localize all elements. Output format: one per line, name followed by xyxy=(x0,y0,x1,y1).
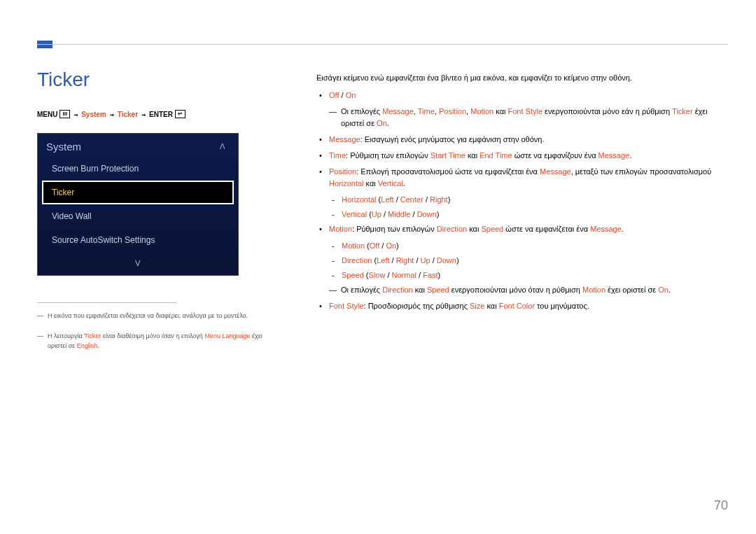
footnote-divider xyxy=(37,302,177,303)
footnote-text: Η εικόνα που εμφανίζεται ενδέχεται να δι… xyxy=(48,311,248,321)
arrow-icon: → xyxy=(108,111,115,118)
enter-icon: ↵ xyxy=(175,110,186,118)
note-motion-on: ― Οι επιλογές Direction και Speed ενεργο… xyxy=(316,284,728,296)
breadcrumb-enter: ENTER xyxy=(149,111,173,118)
content-body: Εισάγει κείμενο ενώ εμφανίζεται ένα βίντ… xyxy=(316,72,728,316)
sub-vertical: Vertical (Up / Middle / Down) xyxy=(316,209,728,220)
note-ticker-on: ― Οι επιλογές Message, Time, Position, M… xyxy=(316,106,728,129)
bullet-time: Time: Ρύθμιση των επιλογών Start Time κα… xyxy=(316,150,728,162)
menu-item-screen-burn[interactable]: Screen Burn Protection xyxy=(42,157,234,181)
sub-speed: Speed (Slow / Normal / Fast) xyxy=(316,269,728,281)
menu-header: System ᐱ xyxy=(38,134,238,157)
menu-item-video-wall[interactable]: Video Wall xyxy=(42,204,234,228)
menu-title: System xyxy=(46,141,81,153)
footnote-2: ― Η λειτουργία Ticker είναι διαθέσιμη μό… xyxy=(37,332,268,351)
header-rule xyxy=(37,44,728,45)
dash-icon: ― xyxy=(37,311,43,321)
sub-horizontal: Horizontal (Left / Center / Right) xyxy=(316,194,728,206)
bullet-fontstyle: Font Style: Προσδιορισμός της ρύθμισης S… xyxy=(316,300,728,312)
page-number: 70 xyxy=(714,498,728,513)
footnote-text: Η λειτουργία Ticker είναι διαθέσιμη μόνο… xyxy=(48,332,268,351)
sub-motion: Motion (Off / On) xyxy=(316,240,728,252)
menu-item-source-autoswitch[interactable]: Source AutoSwitch Settings xyxy=(42,228,234,252)
breadcrumb-system: System xyxy=(81,111,106,118)
breadcrumb-menu: MENU xyxy=(37,111,57,118)
arrow-icon: → xyxy=(72,111,79,118)
footnote-1: ― Η εικόνα που εμφανίζεται ενδέχεται να … xyxy=(37,311,268,321)
arrow-icon: → xyxy=(140,111,147,118)
chevron-up-icon[interactable]: ᐱ xyxy=(220,142,225,151)
dash-icon: ― xyxy=(329,284,337,296)
page-title: Ticker xyxy=(37,69,90,91)
bullet-position: Position: Επιλογή προσανατολισμού ώστε ν… xyxy=(316,166,728,190)
breadcrumb-ticker: Ticker xyxy=(118,111,138,118)
bullet-message: Message: Εισαγωγή ενός μηνύματος για εμφ… xyxy=(316,134,728,146)
menu-item-ticker[interactable]: Ticker xyxy=(42,181,234,204)
sub-direction: Direction (Left / Right / Up / Down) xyxy=(316,255,728,267)
dash-icon: ― xyxy=(37,332,43,351)
breadcrumb: MENU III → System → Ticker → ENTER ↵ xyxy=(37,110,186,118)
menu-icon: III xyxy=(59,110,70,118)
bullet-off-on: Off / On xyxy=(316,90,728,101)
chevron-down-icon[interactable]: ᐯ xyxy=(38,252,238,268)
bullet-motion: Motion: Ρύθμιση των επιλογών Direction κ… xyxy=(316,223,728,235)
intro-text: Εισάγει κείμενο ενώ εμφανίζεται ένα βίντ… xyxy=(316,72,728,84)
dash-icon: ― xyxy=(329,106,337,129)
system-menu-panel: System ᐱ Screen Burn Protection Ticker V… xyxy=(37,133,239,276)
